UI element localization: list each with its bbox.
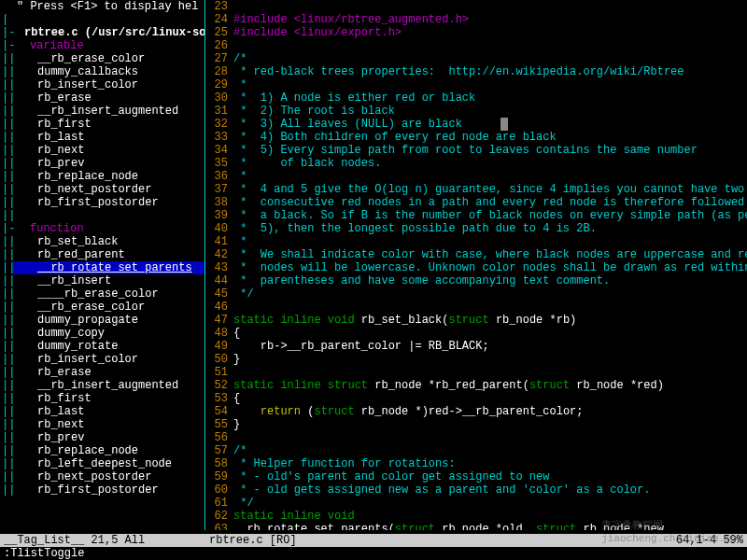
taglist-item[interactable]: || rb_erase [0, 366, 204, 379]
code-line[interactable]: 44 * parentheses and have some accompany… [205, 274, 747, 287]
taglist-item[interactable]: || rb_prev [0, 157, 204, 170]
line-text[interactable]: * 5), then the longest possible path due… [233, 222, 747, 235]
taglist-file[interactable]: |-rbtree.c (/usr/src/linux-so [0, 26, 204, 39]
taglist-item[interactable]: || rb_replace_node [0, 444, 204, 457]
taglist-item[interactable]: || __rb_rotate_set_parents [0, 261, 204, 274]
line-text[interactable]: { [233, 327, 747, 340]
line-text[interactable]: { [233, 392, 747, 405]
line-text[interactable]: * - old's parent and color get assigned … [233, 470, 747, 483]
line-text[interactable]: } [233, 353, 747, 366]
code-editor[interactable]: 23 24#include <linux/rbtree_augmented.h>… [205, 0, 747, 530]
line-text[interactable]: * We shall indicate color with case, whe… [233, 248, 747, 261]
line-text[interactable]: /* [233, 52, 747, 65]
code-line[interactable]: 59 * - old's parent and color get assign… [205, 470, 747, 483]
code-line[interactable]: 39 * a black. So if B is the number of b… [205, 209, 747, 222]
line-text[interactable]: * [233, 78, 747, 91]
code-line[interactable]: 26 [205, 39, 747, 52]
line-text[interactable]: * parentheses and have some accompanying… [233, 274, 747, 287]
code-line[interactable]: 33 * 4) Both children of every red node … [205, 131, 747, 144]
taglist-item[interactable]: || dummy_propagate [0, 314, 204, 327]
code-line[interactable]: 24#include <linux/rbtree_augmented.h> [205, 13, 747, 26]
code-line[interactable]: 41 * [205, 235, 747, 248]
taglist-item[interactable]: || __rb_insert_augmented [0, 105, 204, 118]
taglist-item[interactable]: || rb_replace_node [0, 170, 204, 183]
line-text[interactable]: * Helper function for rotations: [233, 457, 747, 470]
code-line[interactable]: 45 */ [205, 287, 747, 301]
line-text[interactable]: * [233, 170, 747, 183]
code-line[interactable]: 43 * nodes will be lowercase. Unknown co… [205, 261, 747, 274]
line-text[interactable]: } [233, 418, 747, 431]
taglist-section[interactable]: |- function [0, 222, 204, 235]
line-text[interactable]: rb->__rb_parent_color |= RB_BLACK; [233, 340, 747, 353]
code-line[interactable]: 23 [205, 0, 747, 13]
line-text[interactable]: * 4) Both children of every red node are… [233, 131, 747, 144]
code-line[interactable]: 61 */ [205, 497, 747, 510]
line-text[interactable]: * 2) The root is black [233, 105, 747, 118]
taglist-item[interactable]: || dummy_copy [0, 327, 204, 340]
code-line[interactable]: 60 * - old gets assigned new as a parent… [205, 483, 747, 497]
code-line[interactable]: 62static inline void [205, 510, 747, 523]
taglist-item[interactable]: || rb_left_deepest_node [0, 457, 204, 470]
code-line[interactable]: 36 * [205, 170, 747, 183]
code-line[interactable]: 55} [205, 418, 747, 431]
taglist-item[interactable]: || rb_last [0, 131, 204, 144]
code-line[interactable]: 49 rb->__rb_parent_color |= RB_BLACK; [205, 340, 747, 353]
code-line[interactable]: 46 [205, 301, 747, 314]
line-text[interactable] [233, 431, 747, 444]
code-line[interactable]: 28 * red-black trees properties: http://… [205, 65, 747, 78]
taglist-item[interactable]: || rb_first [0, 118, 204, 131]
taglist-item[interactable]: || __rb_erase_color [0, 301, 204, 314]
taglist-item[interactable]: || rb_insert_color [0, 78, 204, 91]
line-text[interactable] [233, 366, 747, 379]
line-text[interactable]: static inline struct rb_node *rb_red_par… [233, 379, 747, 392]
taglist-row[interactable]: | [0, 13, 204, 26]
line-text[interactable]: /* [233, 444, 747, 457]
line-text[interactable]: * 5) Every simple path from root to leav… [233, 144, 747, 157]
taglist-item[interactable]: || rb_erase [0, 91, 204, 105]
line-text[interactable]: * consecutive red nodes in a path and ev… [233, 196, 747, 209]
line-text[interactable]: * 1) A node is either red or black [233, 91, 747, 105]
line-text[interactable]: static inline void rb_set_black(struct r… [233, 314, 747, 327]
code-line[interactable]: 57/* [205, 444, 747, 457]
taglist-item[interactable]: || rb_first [0, 392, 204, 405]
taglist-item[interactable]: || rb_first_postorder [0, 196, 204, 209]
line-text[interactable]: * 4 and 5 give the O(log n) guarantee, s… [233, 183, 747, 196]
taglist-section[interactable]: |- variable [0, 39, 204, 52]
line-text[interactable]: * - old gets assigned new as a parent an… [233, 483, 747, 497]
line-text[interactable] [233, 0, 747, 13]
code-line[interactable]: 37 * 4 and 5 give the O(log n) guarantee… [205, 183, 747, 196]
code-line[interactable]: 35 * of black nodes. [205, 157, 747, 170]
line-text[interactable]: #include <linux/rbtree_augmented.h> [233, 13, 747, 26]
taglist-item[interactable]: || __rb_erase_color [0, 52, 204, 65]
taglist-item[interactable]: || rb_next [0, 144, 204, 157]
taglist-item[interactable]: || rb_last [0, 405, 204, 418]
code-line[interactable]: 58 * Helper function for rotations: [205, 457, 747, 470]
line-text[interactable]: return (struct rb_node *)red->__rb_paren… [233, 405, 747, 418]
taglist-panel[interactable]: " Press <F1> to display hel| |-rbtree.c … [0, 0, 205, 530]
code-line[interactable]: 30 * 1) A node is either red or black [205, 91, 747, 105]
taglist-item[interactable]: || dummy_rotate [0, 340, 204, 353]
taglist-item[interactable]: || rb_first_postorder [0, 483, 204, 497]
code-line[interactable]: 27/* [205, 52, 747, 65]
code-line[interactable]: 47static inline void rb_set_black(struct… [205, 314, 747, 327]
code-line[interactable]: 34 * 5) Every simple path from root to l… [205, 144, 747, 157]
code-line[interactable]: 63__rb_rotate_set_parents(struct rb_node… [205, 523, 747, 530]
line-text[interactable]: __rb_rotate_set_parents(struct rb_node *… [233, 523, 747, 530]
code-line[interactable]: 31 * 2) The root is black [205, 105, 747, 118]
taglist-item[interactable]: || rb_next_postorder [0, 183, 204, 196]
line-text[interactable]: * red-black trees properties: http://en.… [233, 65, 747, 78]
code-line[interactable]: 50} [205, 353, 747, 366]
taglist-item[interactable]: || rb_next_postorder [0, 470, 204, 483]
line-text[interactable]: * 3) All leaves (NULL) are black [233, 118, 747, 131]
line-text[interactable]: */ [233, 287, 747, 301]
taglist-row[interactable]: " Press <F1> to display hel [0, 0, 204, 13]
taglist-item[interactable]: || rb_red_parent [0, 248, 204, 261]
taglist-item[interactable]: || dummy_callbacks [0, 65, 204, 78]
line-text[interactable]: #include <linux/export.h> [233, 26, 747, 39]
code-line[interactable]: 52static inline struct rb_node *rb_red_p… [205, 379, 747, 392]
code-line[interactable]: 29 * [205, 78, 747, 91]
line-text[interactable] [233, 301, 747, 314]
code-line[interactable]: 56 [205, 431, 747, 444]
taglist-item[interactable]: || rb_set_black [0, 235, 204, 248]
code-line[interactable]: 54 return (struct rb_node *)red->__rb_pa… [205, 405, 747, 418]
